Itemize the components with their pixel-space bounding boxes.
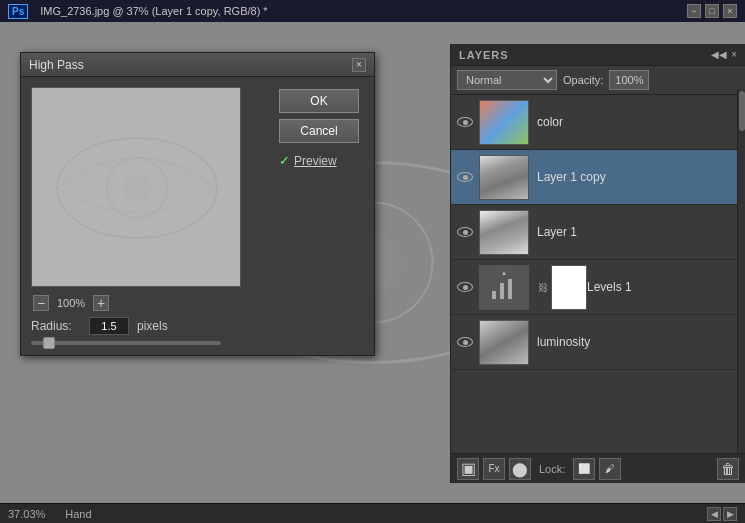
svg-rect-9 xyxy=(508,279,512,299)
status-bar: 37.03% Hand ◀ ▶ xyxy=(0,503,745,523)
dialog-titlebar: High Pass × xyxy=(21,53,374,77)
zoom-row: − 100% + xyxy=(33,295,269,311)
zoom-label: 100% xyxy=(57,297,85,309)
dialog-title: High Pass xyxy=(29,58,84,72)
zoom-in-button[interactable]: + xyxy=(93,295,109,311)
radius-row: Radius: pixels xyxy=(31,317,269,335)
eye-icon xyxy=(457,227,473,237)
layer-thumbnail xyxy=(479,100,529,145)
ok-button[interactable]: OK xyxy=(279,89,359,113)
new-fill-button[interactable]: ▣ xyxy=(457,458,479,480)
layers-panel: LAYERS ◀◀ × Normal Opacity: color xyxy=(450,44,745,483)
radius-input[interactable] xyxy=(89,317,129,335)
preview-label: Preview xyxy=(294,154,337,168)
layers-panel-controls: ◀◀ × xyxy=(711,49,737,60)
bw-thumbnail xyxy=(480,211,528,254)
layer-visibility-button[interactable] xyxy=(455,277,475,297)
minimize-button[interactable]: − xyxy=(687,4,701,18)
dialog-close-button[interactable]: × xyxy=(352,58,366,72)
cancel-button[interactable]: Cancel xyxy=(279,119,359,143)
gray-thumbnail xyxy=(480,156,528,199)
layer-name: luminosity xyxy=(537,335,741,349)
layer-item[interactable]: luminosity xyxy=(451,315,745,370)
layer-item[interactable]: Layer 1 xyxy=(451,205,745,260)
dialog-buttons: OK Cancel ✓ Preview xyxy=(279,87,364,345)
lock-options: ⬜ 🖌 xyxy=(573,458,621,480)
layer-mask-thumbnail xyxy=(551,265,587,310)
layer-thumbnail xyxy=(479,210,529,255)
scrollbar-thumb[interactable] xyxy=(739,91,745,131)
nav-controls: ◀ ▶ xyxy=(707,507,737,521)
layer-item[interactable]: Layer 1 copy xyxy=(451,150,745,205)
mask-button[interactable]: ⬤ xyxy=(509,458,531,480)
slider-thumb[interactable] xyxy=(43,337,55,349)
canvas-area: High Pass × xyxy=(0,22,745,503)
layer-thumbnail xyxy=(479,265,529,310)
lock-transparent-button[interactable]: ⬜ xyxy=(573,458,595,480)
lock-image-button[interactable]: 🖌 xyxy=(599,458,621,480)
layers-panel-header: LAYERS ◀◀ × xyxy=(451,44,745,66)
slider-row xyxy=(31,341,269,345)
nav-prev-button[interactable]: ◀ xyxy=(707,507,721,521)
lock-label: Lock: xyxy=(539,463,565,475)
ps-icon: Ps xyxy=(8,4,28,19)
levels-icon xyxy=(488,271,520,303)
svg-rect-8 xyxy=(500,283,504,299)
delete-layer-button[interactable]: 🗑 xyxy=(717,458,739,480)
layer-item[interactable]: color xyxy=(451,95,745,150)
dialog-left: − 100% + Radius: pixels xyxy=(31,87,269,345)
window-title: IMG_2736.jpg @ 37% (Layer 1 copy, RGB/8)… xyxy=(40,5,267,17)
radius-label: Radius: xyxy=(31,319,81,333)
eye-icon xyxy=(457,337,473,347)
opacity-input[interactable] xyxy=(609,70,649,90)
layers-scrollbar[interactable] xyxy=(737,89,745,453)
layer-visibility-button[interactable] xyxy=(455,222,475,242)
layer-thumbnail xyxy=(479,155,529,200)
title-bar-controls: − □ × xyxy=(687,4,737,18)
nav-next-button[interactable]: ▶ xyxy=(723,507,737,521)
luminosity-thumbnail xyxy=(480,321,528,364)
tool-name: Hand xyxy=(65,508,91,520)
layer-visibility-button[interactable] xyxy=(455,167,475,187)
eye-icon xyxy=(457,117,473,127)
radius-slider[interactable] xyxy=(31,341,221,345)
layers-bottom-toolbar: ▣ Fx ⬤ Lock: ⬜ 🖌 🗑 xyxy=(451,453,745,483)
dialog-inner: − 100% + Radius: pixels xyxy=(31,87,364,345)
layer-link-icon: ⛓ xyxy=(537,282,549,293)
zoom-out-button[interactable]: − xyxy=(33,295,49,311)
opacity-label: Opacity: xyxy=(563,74,603,86)
maximize-button[interactable]: □ xyxy=(705,4,719,18)
adjustment-thumbnail xyxy=(480,266,528,309)
radius-unit: pixels xyxy=(137,319,168,333)
layers-title: LAYERS xyxy=(459,49,509,61)
fx-button[interactable]: Fx xyxy=(483,458,505,480)
blend-mode-select[interactable]: Normal xyxy=(457,70,557,90)
white-mask xyxy=(552,266,586,309)
preview-image xyxy=(32,88,240,286)
svg-marker-10 xyxy=(502,271,506,275)
eye-icon xyxy=(457,282,473,292)
panel-collapse-button[interactable]: ◀◀ xyxy=(711,49,727,60)
panel-close-button[interactable]: × xyxy=(731,49,737,60)
zoom-level: 37.03% xyxy=(8,508,45,520)
color-thumbnail xyxy=(480,101,528,144)
layer-name: Levels 1 xyxy=(587,280,741,294)
svg-rect-7 xyxy=(492,291,496,299)
eye-icon xyxy=(457,172,473,182)
layer-visibility-button[interactable] xyxy=(455,332,475,352)
blend-mode-row: Normal Opacity: xyxy=(451,66,745,95)
preview-checkmark: ✓ xyxy=(279,153,290,168)
layer-item[interactable]: ⛓ Levels 1 xyxy=(451,260,745,315)
svg-point-6 xyxy=(123,174,151,202)
layer-name: Layer 1 xyxy=(537,225,741,239)
high-pass-dialog: High Pass × xyxy=(20,52,375,356)
layer-visibility-button[interactable] xyxy=(455,112,475,132)
title-bar: Ps IMG_2736.jpg @ 37% (Layer 1 copy, RGB… xyxy=(0,0,745,22)
layer-name: color xyxy=(537,115,741,129)
preview-row: ✓ Preview xyxy=(279,153,364,168)
dialog-preview[interactable] xyxy=(31,87,241,287)
dialog-content: − 100% + Radius: pixels xyxy=(21,77,374,355)
layer-thumbnail xyxy=(479,320,529,365)
close-button[interactable]: × xyxy=(723,4,737,18)
layer-name: Layer 1 copy xyxy=(537,170,741,184)
